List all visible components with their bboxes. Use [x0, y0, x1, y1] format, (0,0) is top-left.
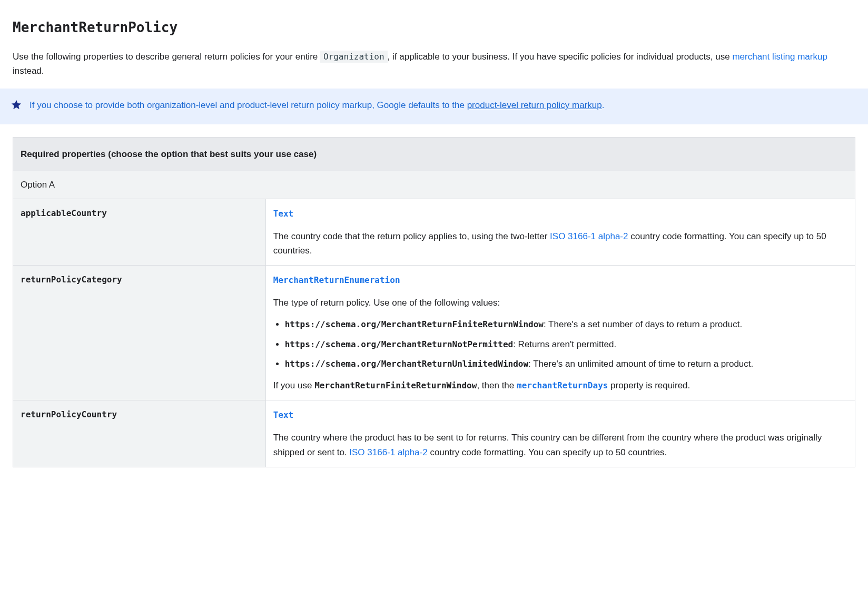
enum-text: : There's a set number of days to return…: [544, 319, 742, 329]
option-row: Option A: [13, 171, 855, 199]
footer-note: If you use MerchantReturnFiniteReturnWin…: [273, 378, 847, 393]
desc-text: The country where the product has to be …: [273, 430, 847, 459]
note-end: .: [602, 100, 605, 110]
table-row: applicableCountry Text The country code …: [13, 199, 855, 266]
iso-link[interactable]: ISO 3166-1 alpha-2: [550, 231, 628, 241]
list-item: https://schema.org/MerchantReturnFiniteR…: [285, 317, 847, 331]
footer-pre: If you use: [273, 380, 314, 390]
enum-code: https://schema.org/MerchantReturnFiniteR…: [285, 319, 544, 329]
note-text: If you choose to provide both organizati…: [29, 100, 467, 110]
enum-text: : There's an unlimited amount of time to…: [528, 359, 753, 369]
note-content: If you choose to provide both organizati…: [29, 98, 604, 112]
enum-text: : Returns aren't permitted.: [513, 339, 616, 349]
footer-code1: MerchantReturnFiniteReturnWindow: [314, 380, 477, 390]
table-row: returnPolicyCategory MerchantReturnEnume…: [13, 266, 855, 400]
intro-text-3: instead.: [13, 66, 44, 76]
type-link-enum[interactable]: MerchantReturnEnumeration: [273, 275, 400, 285]
note-box: If you choose to provide both organizati…: [0, 89, 868, 124]
desc-text: The country code that the return policy …: [273, 229, 847, 258]
footer-post: property is required.: [608, 380, 690, 390]
merchant-return-days-link[interactable]: merchantReturnDays: [517, 380, 608, 390]
product-level-link[interactable]: product-level return policy markup: [467, 100, 602, 110]
prop-name-return-policy-country: returnPolicyCountry: [13, 400, 266, 467]
desc-post: country code formatting. You can specify…: [428, 447, 667, 457]
star-icon: [11, 99, 22, 115]
enum-code: https://schema.org/MerchantReturnNotPerm…: [285, 339, 513, 349]
enum-list: https://schema.org/MerchantReturnFiniteR…: [273, 317, 847, 371]
list-item: https://schema.org/MerchantReturnUnlimit…: [285, 357, 847, 371]
type-link-text[interactable]: Text: [273, 209, 294, 219]
table-row: returnPolicyCountry Text The country whe…: [13, 400, 855, 467]
list-item: https://schema.org/MerchantReturnNotPerm…: [285, 337, 847, 351]
prop-name-applicable-country: applicableCountry: [13, 199, 266, 266]
intro-code: Organization: [320, 51, 388, 63]
enum-code: https://schema.org/MerchantReturnUnlimit…: [285, 359, 528, 369]
prop-desc: MerchantReturnEnumeration The type of re…: [265, 266, 855, 400]
table-header: Required properties (choose the option t…: [13, 138, 855, 171]
merchant-listing-link[interactable]: merchant listing markup: [732, 52, 827, 62]
desc-intro: The type of return policy. Use one of th…: [273, 296, 847, 310]
page-heading: MerchantReturnPolicy: [13, 17, 855, 39]
type-link-text[interactable]: Text: [273, 410, 294, 420]
prop-desc: Text The country code that the return po…: [265, 199, 855, 266]
properties-table: Required properties (choose the option t…: [13, 137, 855, 467]
intro-paragraph: Use the following properties to describe…: [13, 50, 855, 78]
intro-text-2: , if applicable to your business. If you…: [388, 52, 733, 62]
desc-pre: The country code that the return policy …: [273, 231, 550, 241]
iso-link[interactable]: ISO 3166-1 alpha-2: [349, 447, 427, 457]
footer-mid: , then the: [477, 380, 517, 390]
prop-desc: Text The country where the product has t…: [265, 400, 855, 467]
intro-text-1: Use the following properties to describe…: [13, 52, 320, 62]
prop-name-return-policy-category: returnPolicyCategory: [13, 266, 266, 400]
